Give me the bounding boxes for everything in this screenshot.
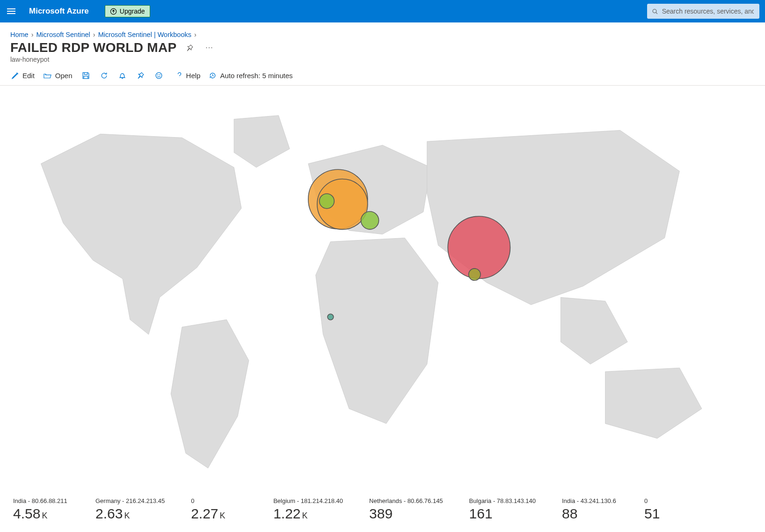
more-button[interactable]: ··· bbox=[203, 41, 216, 54]
open-label: Open bbox=[55, 72, 73, 80]
map-marker[interactable] bbox=[320, 194, 335, 209]
stat-label: Bulgaria - 78.83.143.140 bbox=[469, 497, 536, 504]
stat-unit: K bbox=[124, 511, 130, 520]
stat-card[interactable]: Netherlands - 80.66.76.145389 bbox=[369, 497, 443, 522]
refresh-icon bbox=[100, 72, 108, 80]
more-icon: ··· bbox=[205, 44, 213, 52]
pin-icon bbox=[186, 44, 194, 52]
search-icon bbox=[652, 8, 658, 15]
save-icon bbox=[82, 72, 90, 80]
stat-card[interactable]: 02.27K bbox=[191, 497, 247, 522]
stat-label: India - 80.66.88.211 bbox=[13, 497, 69, 504]
world-map-svg bbox=[11, 97, 754, 483]
chevron-right-icon: › bbox=[93, 31, 95, 38]
svg-line-5 bbox=[656, 12, 657, 14]
stat-value: 161 bbox=[469, 506, 536, 522]
pencil-icon bbox=[11, 72, 19, 80]
pin-icon bbox=[137, 72, 145, 80]
chevron-right-icon: › bbox=[31, 31, 34, 38]
upgrade-label: Upgrade bbox=[120, 7, 145, 15]
open-button[interactable]: Open bbox=[42, 70, 73, 81]
refresh-button[interactable] bbox=[98, 70, 110, 81]
svg-rect-2 bbox=[7, 13, 15, 14]
help-button[interactable]: Help bbox=[175, 70, 202, 81]
edit-label: Edit bbox=[22, 72, 35, 80]
breadcrumb-sentinel[interactable]: Microsoft Sentinel bbox=[36, 31, 90, 38]
page-title: FAILED RDP WORLD MAP bbox=[10, 40, 176, 55]
auto-refresh-button[interactable]: Auto refresh: 5 minutes bbox=[208, 70, 293, 81]
map-marker[interactable] bbox=[361, 211, 379, 229]
stat-card[interactable]: 051 bbox=[644, 497, 700, 522]
search-input[interactable] bbox=[661, 7, 755, 15]
stat-label: 0 bbox=[644, 497, 700, 504]
map-marker[interactable] bbox=[448, 216, 510, 278]
svg-rect-0 bbox=[7, 8, 15, 9]
breadcrumb-home[interactable]: Home bbox=[10, 31, 29, 38]
bell-icon bbox=[118, 72, 126, 80]
map-area bbox=[0, 86, 765, 489]
stat-value: 2.27K bbox=[191, 506, 247, 522]
stat-label: Belgium - 181.214.218.40 bbox=[273, 497, 343, 504]
world-map[interactable] bbox=[11, 97, 754, 484]
hamburger-icon bbox=[7, 7, 15, 15]
chevron-right-icon: › bbox=[194, 31, 197, 38]
brand-label: Microsoft Azure bbox=[29, 7, 89, 16]
question-icon bbox=[176, 72, 183, 80]
stat-card[interactable]: India - 43.241.130.688 bbox=[562, 497, 618, 522]
svg-point-6 bbox=[156, 73, 162, 79]
svg-point-8 bbox=[160, 74, 160, 75]
pin-button[interactable] bbox=[183, 41, 196, 54]
stat-label: Netherlands - 80.66.76.145 bbox=[369, 497, 443, 504]
stat-value: 1.22K bbox=[273, 506, 343, 522]
stat-unit: K bbox=[42, 511, 47, 520]
help-label: Help bbox=[186, 72, 201, 80]
upgrade-icon bbox=[110, 8, 117, 15]
map-marker[interactable] bbox=[469, 269, 481, 280]
edit-button[interactable]: Edit bbox=[10, 70, 36, 81]
feedback-button[interactable] bbox=[153, 70, 165, 81]
page-subtitle: law-honeypot bbox=[10, 56, 755, 63]
stat-value: 51 bbox=[644, 506, 700, 522]
stat-label: Germany - 216.24.213.45 bbox=[95, 497, 165, 504]
stat-label: 0 bbox=[191, 497, 247, 504]
stat-card[interactable]: Germany - 216.24.213.452.63K bbox=[95, 497, 165, 522]
svg-rect-1 bbox=[7, 11, 15, 12]
save-button[interactable] bbox=[80, 70, 92, 81]
stat-unit: K bbox=[302, 511, 308, 520]
breadcrumb-workbooks[interactable]: Microsoft Sentinel | Workbooks bbox=[98, 31, 191, 38]
stat-unit: K bbox=[220, 511, 226, 520]
notifications-button[interactable] bbox=[117, 70, 128, 81]
stat-value: 2.63K bbox=[95, 506, 165, 522]
map-marker[interactable] bbox=[328, 314, 334, 320]
stat-card[interactable]: Bulgaria - 78.83.143.140161 bbox=[469, 497, 536, 522]
search-box[interactable] bbox=[647, 4, 759, 19]
menu-button[interactable] bbox=[6, 6, 17, 17]
stat-card[interactable]: Belgium - 181.214.218.401.22K bbox=[273, 497, 343, 522]
stat-value: 389 bbox=[369, 506, 443, 522]
breadcrumb: Home › Microsoft Sentinel › Microsoft Se… bbox=[0, 22, 765, 38]
stat-value: 4.58K bbox=[13, 506, 69, 522]
topbar: Microsoft Azure Upgrade bbox=[0, 0, 765, 22]
upgrade-button[interactable]: Upgrade bbox=[105, 5, 150, 17]
stat-label: India - 43.241.130.6 bbox=[562, 497, 618, 504]
pin-toolbar-button[interactable] bbox=[135, 70, 146, 81]
history-icon bbox=[209, 72, 217, 80]
svg-point-4 bbox=[653, 9, 656, 13]
smiley-icon bbox=[155, 72, 163, 80]
svg-point-7 bbox=[158, 74, 158, 75]
auto-refresh-label: Auto refresh: 5 minutes bbox=[220, 72, 292, 80]
stats-row: India - 80.66.88.2114.58KGermany - 216.2… bbox=[0, 489, 765, 532]
workbook-toolbar: Edit Open Help Auto refresh: 5 minutes bbox=[0, 63, 765, 86]
folder-open-icon bbox=[43, 72, 52, 80]
stat-card[interactable]: India - 80.66.88.2114.58K bbox=[13, 497, 69, 522]
stat-value: 88 bbox=[562, 506, 618, 522]
